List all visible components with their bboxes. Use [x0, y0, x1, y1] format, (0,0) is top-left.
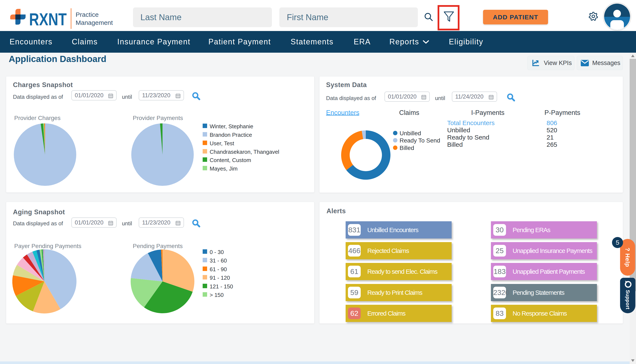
svg-text:RXNT: RXNT: [29, 10, 67, 29]
